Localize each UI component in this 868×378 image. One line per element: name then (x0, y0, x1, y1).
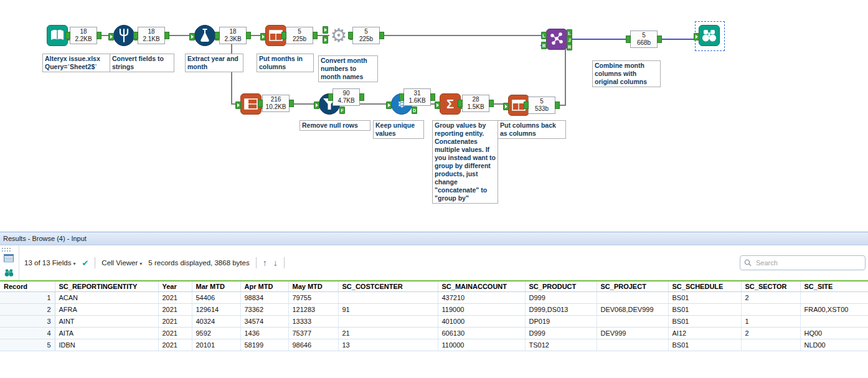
cell[interactable] (800, 292, 868, 304)
cell[interactable]: 34574 (240, 316, 288, 328)
cell[interactable]: 21 (338, 328, 438, 339)
cell[interactable]: 1 (741, 316, 800, 328)
tool-caption[interactable]: Alteryx issue.xlsx Query=`Sheet2$` (42, 54, 111, 72)
cell[interactable]: 2 (741, 328, 800, 339)
fields-dropdown[interactable]: 13 of 13 Fields▾ (24, 259, 75, 267)
input-anchor[interactable] (386, 102, 392, 109)
cell[interactable]: 98646 (288, 339, 338, 351)
column-header[interactable]: SC_REPORTINGENTITY (55, 281, 158, 292)
tool-caption[interactable]: Put columns back as columns (498, 120, 566, 139)
cell[interactable]: ACAN (55, 292, 158, 304)
tool-caption[interactable]: Put months in columns (257, 54, 314, 72)
tool-caption[interactable]: Combine month columns with original colu… (592, 60, 661, 87)
record-number[interactable]: 5 (0, 339, 55, 351)
cell[interactable]: 110000 (438, 339, 525, 351)
join-input-left-anchor[interactable]: L (541, 32, 547, 39)
column-header[interactable]: May MTD (288, 281, 338, 292)
column-header[interactable]: Apr MTD (240, 281, 288, 292)
cell[interactable]: D999,DS013 (525, 304, 597, 316)
search-box[interactable] (740, 255, 866, 270)
cell[interactable] (741, 304, 800, 316)
cell[interactable]: 2021 (158, 316, 192, 328)
cell[interactable]: AITA (55, 328, 158, 339)
column-header[interactable]: SC_SCHEDULE (668, 281, 741, 292)
input-anchor[interactable] (323, 26, 328, 34)
tool-caption[interactable]: Keep unique values (373, 120, 424, 139)
cell[interactable]: 119000 (438, 304, 525, 316)
tool-caption[interactable]: Convert fields to strings (110, 54, 174, 72)
cell[interactable]: 606130 (438, 328, 525, 339)
cell[interactable]: 1436 (240, 328, 288, 339)
drag-handle-icon[interactable] (1, 247, 11, 252)
cell[interactable] (338, 316, 438, 328)
cell[interactable] (597, 339, 668, 351)
scroll-down-button[interactable]: ↓ (273, 258, 278, 268)
cell[interactable]: 437210 (438, 292, 525, 304)
cell[interactable]: 129614 (192, 304, 240, 316)
cell[interactable]: 121283 (288, 304, 338, 316)
column-header[interactable]: SC_SITE (800, 281, 868, 292)
input-anchor[interactable] (314, 102, 319, 109)
tool-caption[interactable]: Extract year and month (185, 54, 243, 72)
filter-false-anchor[interactable]: F (339, 106, 345, 114)
tool-find-replace[interactable]: ⚙ (328, 25, 349, 46)
cell[interactable]: HQ00 (800, 328, 868, 339)
input-anchor[interactable] (435, 102, 440, 109)
cell[interactable]: NLD00 (800, 339, 868, 351)
column-header[interactable]: SC_PRODUCT (525, 281, 597, 292)
cell[interactable]: DP019 (525, 316, 597, 328)
record-number[interactable]: 2 (0, 304, 55, 316)
cell[interactable]: AFRA (55, 304, 158, 316)
cell[interactable]: DEV999 (597, 328, 668, 339)
cell[interactable]: 2 (741, 292, 800, 304)
column-header[interactable]: SC_PROJECT (597, 281, 668, 292)
cell[interactable]: 75377 (288, 328, 338, 339)
record-number[interactable]: 4 (0, 328, 55, 339)
cell[interactable]: 2021 (158, 339, 192, 351)
tool-caption[interactable]: Remove null rows (300, 120, 370, 131)
cell[interactable]: 54406 (192, 292, 240, 304)
duplicate-anchor[interactable]: D (412, 106, 417, 114)
column-header[interactable]: SC_SECTOR (741, 281, 800, 292)
column-header[interactable]: SC_MAINACCOUNT (438, 281, 525, 292)
cell-viewer-dropdown[interactable]: Cell Viewer▾ (101, 259, 142, 267)
tool-caption[interactable]: Group values by reporting entity. Concat… (432, 120, 498, 204)
search-input[interactable] (755, 258, 861, 267)
cell[interactable] (800, 316, 868, 328)
column-header[interactable]: Record (0, 281, 55, 292)
cell[interactable]: AI12 (668, 328, 741, 339)
cell[interactable]: TS012 (525, 339, 597, 351)
cell[interactable]: 2021 (158, 328, 192, 339)
cell[interactable]: FRA00,XST00 (800, 304, 868, 316)
browse-icon[interactable] (4, 268, 14, 278)
cell[interactable] (338, 292, 438, 304)
record-number[interactable]: 3 (0, 316, 55, 328)
column-header[interactable]: SC_COSTCENTER (338, 281, 438, 292)
cell[interactable]: 98834 (240, 292, 288, 304)
cell[interactable]: 79755 (288, 292, 338, 304)
cell[interactable]: 40324 (192, 316, 240, 328)
cell[interactable]: 9592 (192, 328, 240, 339)
input-anchor[interactable] (503, 103, 509, 110)
cell[interactable]: 20101 (192, 339, 240, 351)
tool-input-data[interactable] (47, 25, 68, 46)
cell[interactable]: AINT (55, 316, 158, 328)
cell[interactable] (741, 339, 800, 351)
cell[interactable]: 13333 (288, 316, 338, 328)
column-header[interactable]: Year (158, 281, 192, 292)
cell[interactable]: D999 (525, 292, 597, 304)
workflow-canvas[interactable]: ⚙ L R L J R T (0, 0, 868, 232)
cell[interactable]: 91 (338, 304, 438, 316)
input-anchor[interactable] (235, 102, 241, 109)
cell[interactable] (597, 316, 668, 328)
cell[interactable]: BS01 (668, 292, 741, 304)
record-number[interactable]: 1 (0, 292, 55, 304)
cell[interactable]: BS01 (668, 339, 741, 351)
connection[interactable] (565, 45, 566, 106)
cell[interactable] (597, 292, 668, 304)
tool-formula[interactable] (194, 25, 215, 46)
cell[interactable]: 2021 (158, 304, 192, 316)
cell[interactable]: 2021 (158, 292, 192, 304)
cell[interactable]: 58199 (240, 339, 288, 351)
cell[interactable]: 13 (338, 339, 438, 351)
